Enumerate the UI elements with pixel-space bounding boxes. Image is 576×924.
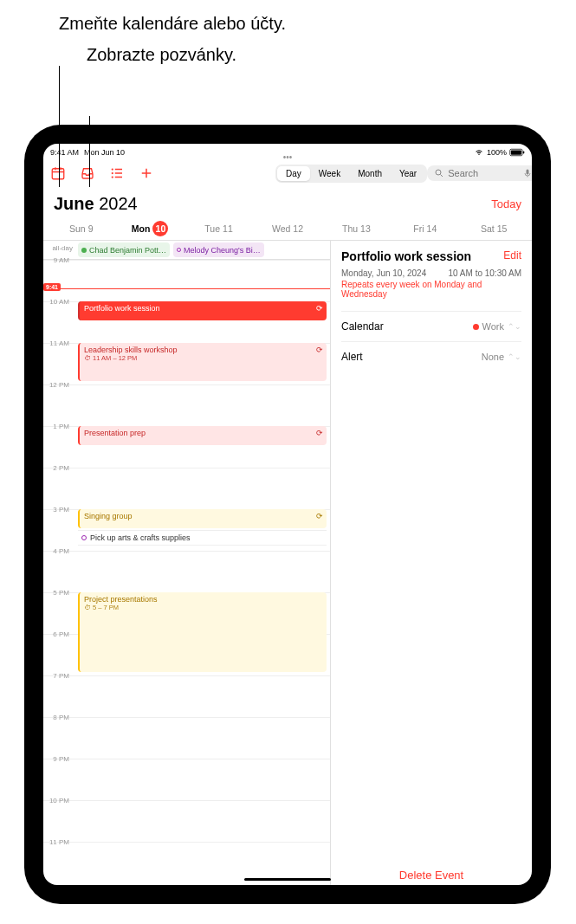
event-leadership[interactable]: Leadership skills workshop ⏱ 11 AM – 12 … [78,343,327,381]
search-box[interactable] [427,165,532,181]
work-dot-icon [473,324,479,330]
day-cell[interactable]: Wed 12 [253,217,321,240]
now-time-badge: 9:41 [43,283,61,291]
add-icon[interactable] [139,165,154,181]
repeat-icon: ⟳ [316,429,323,437]
repeat-icon: ⟳ [316,346,323,354]
edit-button[interactable]: Edit [503,249,521,262]
svg-point-12 [112,176,113,178]
delete-event-button[interactable]: Delete Event [331,869,532,882]
detail-title: Portfolio work session [341,249,471,263]
day-cell[interactable]: Sat 15 [460,217,528,240]
svg-rect-2 [523,152,525,154]
callout-line [59,66,60,187]
event-pickup[interactable]: Pick up arts & crafts supplies [78,530,327,546]
status-bar: 9:41 AM Mon Jun 10 ••• 100% [43,144,532,159]
chevron-icon: ⌃⌄ [508,322,521,331]
timeline[interactable]: all-day Chad Benjamin Pott… Melody Cheun… [43,241,331,885]
status-date: Mon Jun 10 [84,148,125,157]
callout-change-calendars: Zmeňte kalendáre alebo účty. [59,12,286,35]
detail-calendar-row[interactable]: Calendar Work⌃⌄ [341,311,521,341]
home-indicator[interactable] [244,878,331,881]
purple-dot-icon [81,535,87,540]
repeat-icon: ⟳ [316,304,323,313]
detail-time: 10 AM to 10:30 AM [449,268,522,278]
event-portfolio[interactable]: Portfolio work session ⟳ [78,301,327,320]
detail-repeat: Repeats every week on Monday and Wednesd… [341,280,521,299]
svg-rect-3 [52,169,64,179]
seg-month[interactable]: Month [349,166,391,181]
svg-point-15 [436,170,441,175]
search-icon [434,168,444,178]
allday-event[interactable]: Melody Cheung's Bi… [173,242,264,257]
mic-icon[interactable] [522,168,532,178]
svg-point-11 [112,172,113,174]
day-cell[interactable]: Fri 14 [391,217,459,240]
seg-week[interactable]: Week [310,166,349,181]
callout-line [89,116,90,187]
day-cell[interactable]: Thu 13 [322,217,391,240]
day-cell[interactable]: Tue 11 [184,217,253,240]
seg-day[interactable]: Day [277,166,310,181]
detail-date: Monday, Jun 10, 2024 [341,268,426,278]
event-singing[interactable]: Singing group ⟳ [78,509,327,528]
seg-year[interactable]: Year [391,166,425,181]
hours-grid[interactable]: 9 AM 10 AM 11 AM 12 PM 1 PM 2 PM 3 PM 4 … [43,260,330,885]
svg-rect-17 [527,170,529,175]
svg-rect-1 [511,150,521,154]
search-input[interactable] [448,168,519,178]
day-cell[interactable]: Sun 9 [47,217,115,240]
now-indicator: 9:41 [43,288,330,289]
view-segmented-control[interactable]: Day Week Month Year [275,165,427,183]
status-battery-percent: 100% [487,148,507,157]
ipad-screen: 9:41 AM Mon Jun 10 ••• 100% Day Week Mon… [43,144,532,885]
month-title: June 2024 [54,194,138,214]
day-cell-today[interactable]: Mon 10 [115,217,184,240]
detail-alert-row[interactable]: Alert None⌃⌄ [341,341,521,372]
event-project[interactable]: Project presentations ⏱ 5 – 7 PM [78,592,327,672]
multitasking-pill[interactable]: ••• [283,152,293,162]
svg-point-10 [112,168,113,170]
allday-event[interactable]: Chad Benjamin Pott… [78,242,170,257]
day-header-row: Sun 9 Mon 10 Tue 11 Wed 12 Thu 13 Fri 14… [43,217,532,241]
today-button[interactable]: Today [491,197,521,210]
chevron-icon: ⌃⌄ [508,352,521,361]
repeat-icon: ⟳ [316,512,323,520]
wifi-icon [474,148,484,157]
inbox-icon[interactable] [80,165,95,181]
ipad-frame: 9:41 AM Mon Jun 10 ••• 100% Day Week Mon… [24,125,551,904]
status-time: 9:41 AM [50,148,79,157]
calendars-icon[interactable] [50,165,66,181]
event-presentation[interactable]: Presentation prep ⟳ [78,426,327,445]
battery-icon [509,148,525,157]
event-detail-panel: Portfolio work session Edit Monday, Jun … [331,241,532,885]
list-icon[interactable] [109,165,125,181]
callout-view-invites: Zobrazte pozvánky. [87,43,286,66]
svg-line-16 [441,175,443,178]
toolbar: Day Week Month Year [43,159,532,187]
